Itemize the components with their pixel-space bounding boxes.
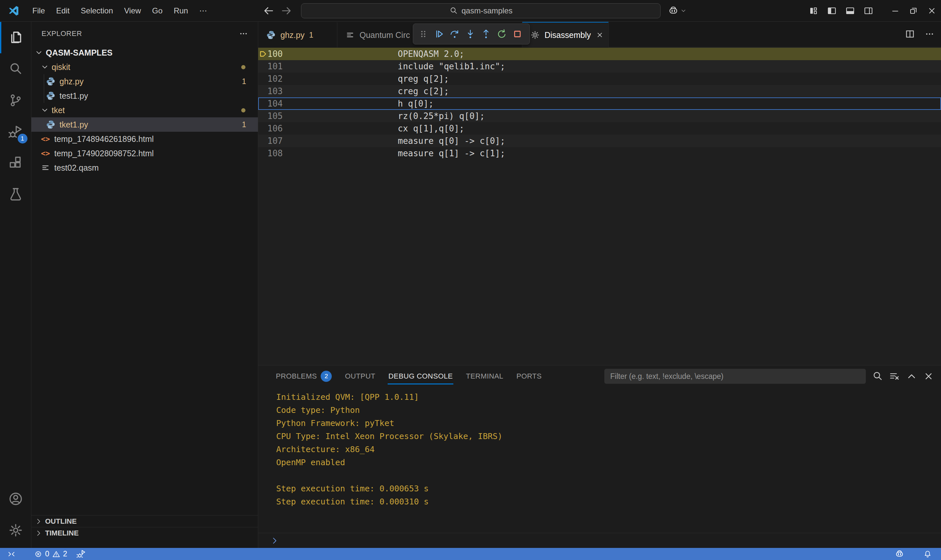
panel-tab-problems[interactable]: PROBLEMS2 bbox=[271, 366, 337, 387]
instruction-text: creg c[2]; bbox=[398, 86, 449, 96]
tree-file-tket1-py[interactable]: tket1.py1 bbox=[31, 117, 258, 132]
tree-folder-tket[interactable]: tket bbox=[31, 103, 258, 117]
sidebar-title: EXPLORER bbox=[42, 29, 82, 38]
activity-item-run-debug[interactable]: 1 bbox=[0, 116, 31, 148]
tree-folder-qiskit[interactable]: qiskit bbox=[31, 60, 258, 74]
section-timeline[interactable]: TIMELINE bbox=[31, 527, 258, 539]
panel-tabs: PROBLEMS2OUTPUTDEBUG CONSOLETERMINALPORT… bbox=[271, 366, 549, 387]
tree-file-test02-qasm[interactable]: test02.qasm bbox=[31, 160, 258, 175]
command-center-search[interactable]: qasm-samples bbox=[301, 3, 661, 18]
debug-step-out-button[interactable] bbox=[478, 25, 494, 43]
gripper-icon bbox=[418, 28, 429, 40]
customize-layout-button[interactable] bbox=[804, 0, 823, 22]
menu-more[interactable]: ⋯ bbox=[194, 4, 212, 18]
menu-view[interactable]: View bbox=[118, 4, 147, 18]
panel-tab-debug-console[interactable]: DEBUG CONSOLE bbox=[383, 366, 458, 387]
forward-icon[interactable] bbox=[280, 5, 292, 17]
panel-tab-ports[interactable]: PORTS bbox=[511, 366, 547, 387]
code-line-104[interactable]: 104h q[0]; bbox=[258, 97, 941, 110]
debug-status[interactable] bbox=[72, 548, 91, 560]
warning-icon bbox=[52, 550, 60, 558]
remote-indicator[interactable] bbox=[3, 548, 20, 560]
debug-restart-button[interactable] bbox=[494, 25, 509, 43]
toggle-secondary-sidebar-button[interactable] bbox=[859, 0, 878, 22]
menu-run[interactable]: Run bbox=[168, 4, 194, 18]
menu-file[interactable]: File bbox=[27, 4, 51, 18]
tree-file-temp-1749028098752-html[interactable]: <>temp_1749028098752.html bbox=[31, 146, 258, 160]
tab-ghz-py[interactable]: ghz.py1 bbox=[258, 22, 337, 48]
line-number: 103 bbox=[268, 86, 297, 96]
notifications-bell[interactable] bbox=[919, 548, 936, 560]
code-line-101[interactable]: 101include "qelib1.inc"; bbox=[258, 60, 941, 72]
more-actions-icon[interactable] bbox=[238, 28, 249, 39]
tree-item-label: QASM-SAMPLES bbox=[46, 48, 112, 57]
python-icon bbox=[46, 120, 55, 129]
debug-gripper-button[interactable] bbox=[416, 25, 431, 43]
panel-tab-label: TERMINAL bbox=[466, 372, 503, 380]
copilot-status[interactable] bbox=[890, 548, 909, 560]
debug-console-filter-input[interactable] bbox=[604, 369, 866, 384]
menu-selection[interactable]: Selection bbox=[75, 4, 118, 18]
problems-status[interactable]: 0 2 bbox=[29, 548, 72, 560]
editor-action-split-editor-icon[interactable] bbox=[904, 28, 915, 41]
section-outline[interactable]: OUTLINE bbox=[31, 515, 258, 527]
error-count: 0 bbox=[45, 549, 49, 558]
tab-disassembly[interactable]: Disassembly bbox=[522, 22, 609, 48]
debug-step-into-button[interactable] bbox=[463, 25, 478, 43]
code-line-102[interactable]: 102qreg q[2]; bbox=[258, 72, 941, 85]
activity-item-extensions[interactable] bbox=[0, 148, 31, 179]
panel-maximize-panel-icon[interactable] bbox=[906, 371, 918, 382]
close-icon bbox=[927, 6, 937, 16]
toggle-primary-sidebar-button[interactable] bbox=[823, 0, 841, 22]
code-line-108[interactable]: 108measure q[1] -> c[1]; bbox=[258, 147, 941, 160]
code-line-106[interactable]: 106cx q[1],q[0]; bbox=[258, 122, 941, 135]
tree-file-temp-1748946261896-html[interactable]: <>temp_1748946261896.html bbox=[31, 132, 258, 146]
editor-action-more-actions-icon[interactable] bbox=[924, 28, 935, 41]
menu-go[interactable]: Go bbox=[146, 4, 168, 18]
console-line: Step execution time: 0.000310 s bbox=[276, 495, 941, 508]
tab-bar: ghz.py1Quantum CircDisassembly bbox=[258, 22, 941, 48]
toggle-panel-button[interactable] bbox=[841, 0, 859, 22]
status-bar: 0 2 bbox=[0, 548, 941, 560]
activity-item-source-control[interactable] bbox=[0, 85, 31, 116]
panel-tab-output[interactable]: OUTPUT bbox=[340, 366, 380, 387]
debug-stop-button[interactable] bbox=[510, 25, 525, 43]
activity-item-settings[interactable] bbox=[0, 515, 31, 546]
back-icon[interactable] bbox=[263, 5, 275, 17]
code-line-103[interactable]: 103creg c[2]; bbox=[258, 85, 941, 97]
panel-search-icon[interactable] bbox=[872, 371, 884, 382]
debug-continue-button[interactable] bbox=[431, 25, 446, 43]
instruction-text: include "qelib1.inc"; bbox=[398, 62, 505, 71]
console-line: Architecture: x86_64 bbox=[276, 443, 941, 456]
restart-icon bbox=[496, 28, 507, 40]
activity-item-explorer[interactable] bbox=[0, 22, 31, 53]
panel-close-panel-icon[interactable] bbox=[923, 371, 935, 382]
tree-folder-qasm-samples[interactable]: QASM-SAMPLES bbox=[31, 45, 258, 60]
code-line-105[interactable]: 105rz(0.25*pi) q[0]; bbox=[258, 110, 941, 122]
debug-step-over-button[interactable] bbox=[447, 25, 462, 43]
files-icon bbox=[8, 30, 23, 45]
tree-file-ghz-py[interactable]: ghz.py1 bbox=[31, 74, 258, 89]
code-line-107[interactable]: 107measure q[0] -> c[0]; bbox=[258, 135, 941, 147]
code-line-100[interactable]: 100OPENQASM 2.0; bbox=[258, 48, 941, 60]
activity-item-search[interactable] bbox=[0, 53, 31, 85]
list-file-icon bbox=[345, 30, 355, 40]
testing-icon bbox=[8, 187, 23, 202]
activity-item-testing[interactable] bbox=[0, 179, 31, 210]
menu-bar: FileEditSelectionViewGoRun⋯ bbox=[27, 4, 212, 18]
restore-button[interactable] bbox=[904, 0, 923, 22]
search-value: qasm-samples bbox=[461, 6, 512, 15]
problem-count-badge: 1 bbox=[242, 120, 246, 129]
python-icon bbox=[46, 77, 55, 86]
activity-item-account[interactable] bbox=[0, 483, 31, 515]
debug-console-input[interactable] bbox=[258, 533, 941, 548]
menu-edit[interactable]: Edit bbox=[51, 4, 75, 18]
tree-file-test1-py[interactable]: test1.py bbox=[31, 89, 258, 103]
copilot-menu-button[interactable] bbox=[668, 5, 687, 16]
panel-tab-terminal[interactable]: TERMINAL bbox=[461, 366, 508, 387]
source-control-icon bbox=[8, 92, 23, 108]
close-button[interactable] bbox=[923, 0, 941, 22]
close-icon bbox=[595, 31, 604, 39]
panel-clear-console-icon[interactable] bbox=[889, 371, 901, 382]
minimize-button[interactable] bbox=[886, 0, 904, 22]
